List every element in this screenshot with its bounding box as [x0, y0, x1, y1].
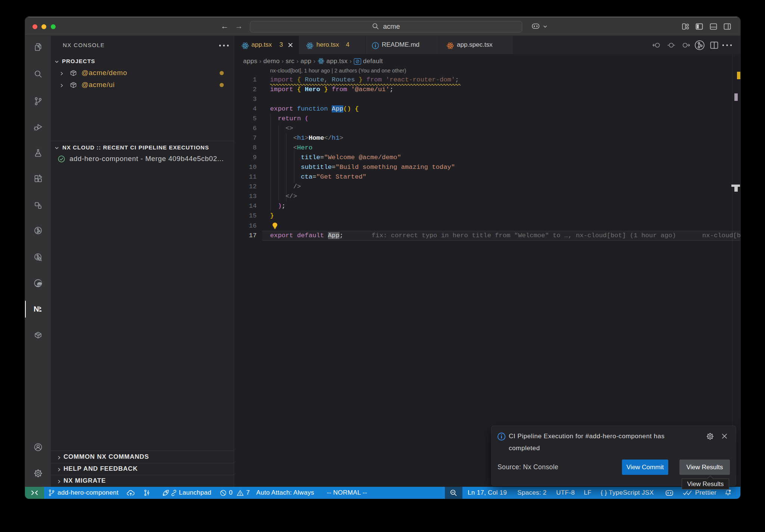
svg-text:N: N — [34, 305, 39, 313]
